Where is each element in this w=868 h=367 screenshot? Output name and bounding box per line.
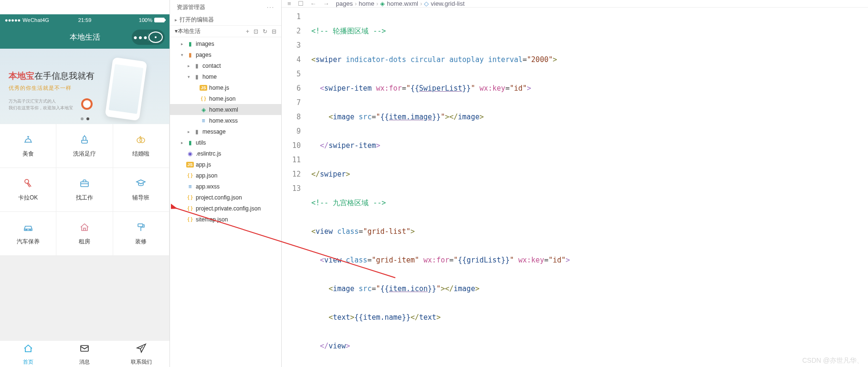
svg-rect-3	[81, 182, 88, 187]
tree-item[interactable]: ▾▮home	[170, 71, 281, 82]
open-editors-section[interactable]: ▸打开的编辑器	[170, 14, 281, 26]
tree-item[interactable]: ◉.eslintrc.js	[170, 148, 281, 159]
tree-item[interactable]: ▸▮contact	[170, 60, 281, 71]
code-content[interactable]: <!-- 轮播图区域 --> <swiper indicator-dots ci…	[311, 10, 868, 367]
tree-item[interactable]: ▾▮pages	[170, 49, 281, 60]
grid-item-label: 装修	[135, 238, 147, 246]
refresh-button[interactable]: ↻	[263, 28, 267, 35]
chevron-icon: ▸	[180, 140, 184, 145]
file-name: project.private.config.json	[196, 205, 261, 212]
file-name: utils	[196, 139, 206, 146]
js-icon: JS	[186, 162, 194, 168]
breadcrumb-item[interactable]: pages	[336, 0, 353, 7]
battery-percent: 100%	[139, 17, 152, 23]
grid-item[interactable]: 租房	[56, 212, 113, 256]
tree-item[interactable]: { }project.config.json	[170, 192, 281, 203]
file-name: home.wxml	[209, 106, 238, 113]
code-editor: ≡ ☐ ← → pages › home › ◈ home.wxml › ◇ v…	[282, 0, 868, 367]
grid-item[interactable]: 洗浴足疗	[56, 124, 113, 168]
explorer-more-button[interactable]: ···	[267, 4, 275, 10]
file-explorer: 资源管理器 ··· ▸打开的编辑器 ▾本地生活 + ⊡ ↻ ⊟ ▸▮images…	[170, 0, 282, 367]
json-icon: { }	[200, 96, 207, 101]
svg-point-1	[140, 138, 145, 143]
grid-item-label: 找工作	[76, 194, 93, 202]
file-name: app.wxss	[196, 183, 220, 190]
tab-item[interactable]: 消息	[56, 341, 113, 367]
grid-item-label: 卡拉OK	[18, 194, 38, 202]
view-icon: ◇	[424, 0, 429, 7]
wxml-icon: ◈	[200, 106, 207, 113]
eslint-icon: ◉	[186, 150, 194, 157]
chevron-icon: ▾	[186, 74, 191, 79]
code-area[interactable]: 1 2⌄ 3⌄ 4 5 6 7 8 9⌄ 10 11 12 13 <!-- 轮播…	[282, 8, 868, 367]
signal-icon: ●●●●●	[5, 17, 21, 23]
grid-item[interactable]: 汽车保养	[0, 212, 56, 256]
grid-item[interactable]: 结婚啦	[113, 124, 169, 168]
swiper-banner[interactable]: 本地宝在手信息我就有 优秀的你生活就是不一样 万为高子汉汇宝方式的人我们在这里等…	[0, 49, 169, 124]
file-tree: ▸▮images▾▮pages▸▮contact▾▮homeJShome.js{…	[170, 37, 281, 226]
status-bar: ●●●●● WeChat4G 21:59 100%	[0, 14, 169, 26]
capsule-menu-button[interactable]: ●●●	[134, 31, 148, 43]
grid-item-label: 洗浴足疗	[73, 150, 96, 158]
json-icon: { }	[186, 217, 194, 222]
new-file-button[interactable]: +	[246, 28, 249, 35]
tree-item[interactable]: { }app.json	[170, 170, 281, 181]
toc-icon[interactable]: ≡	[287, 0, 291, 7]
grid-item-label: 辅导班	[132, 194, 149, 202]
tree-item[interactable]: { }sitemap.json	[170, 214, 281, 225]
breadcrumb-symbol[interactable]: view.grid-list	[431, 0, 465, 7]
explorer-title: 资源管理器	[177, 3, 205, 11]
folder-icon: ▮	[186, 52, 194, 58]
tab-label: 首页	[23, 358, 33, 366]
tab-item[interactable]: 首页	[0, 341, 56, 367]
bookmark-icon[interactable]: ☐	[298, 0, 304, 7]
grid-item[interactable]: 卡拉OK	[0, 168, 56, 212]
tab-item[interactable]: 联系我们	[113, 341, 169, 367]
breadcrumb-item[interactable]: home	[359, 0, 374, 7]
tree-item[interactable]: ≡home.wxss	[170, 115, 281, 126]
phone-frame: ●●●●● WeChat4G 21:59 100% 本地生活 ●●● 本地宝在手…	[0, 14, 169, 367]
new-folder-button[interactable]: ⊡	[254, 28, 258, 35]
page-title: 本地生活	[70, 32, 100, 42]
wxss-icon: ≡	[186, 183, 194, 190]
grid-item-label: 租房	[79, 238, 90, 246]
file-name: app.json	[196, 172, 217, 179]
wxml-icon: ◈	[380, 0, 385, 7]
tab-bar: 首页消息联系我们	[0, 340, 169, 367]
grid-list: 美食洗浴足疗结婚啦卡拉OK找工作辅导班汽车保养租房装修	[0, 124, 169, 256]
breadcrumb[interactable]: pages › home › ◈ home.wxml › ◇ view.grid…	[336, 0, 465, 7]
tree-item[interactable]: JSapp.js	[170, 159, 281, 170]
editor-toolbar: ≡ ☐ ← → pages › home › ◈ home.wxml › ◇ v…	[282, 0, 868, 8]
collapse-button[interactable]: ⊟	[272, 28, 276, 35]
json-icon: { }	[186, 173, 194, 178]
paint-icon	[134, 221, 148, 233]
tree-item[interactable]: ▸▮message	[170, 126, 281, 137]
grid-item[interactable]: 装修	[113, 212, 169, 256]
food-icon	[21, 134, 35, 145]
project-section-header[interactable]: ▾本地生活 + ⊡ ↻ ⊟	[170, 26, 281, 37]
banner-subtitle: 优秀的你生活就是不一样	[9, 84, 95, 92]
tree-item[interactable]: ≡app.wxss	[170, 181, 281, 192]
tree-item[interactable]: { }project.private.config.json	[170, 203, 281, 214]
grid-item[interactable]: 辅导班	[113, 168, 169, 212]
capsule-close-button[interactable]	[148, 31, 163, 43]
breadcrumb-file[interactable]: home.wxml	[387, 0, 418, 7]
message-icon	[79, 343, 90, 357]
file-name: home.json	[209, 95, 235, 102]
tree-item[interactable]: ▸▮images	[170, 38, 281, 49]
tree-item[interactable]: { }home.json	[170, 93, 281, 104]
briefcase-icon	[78, 178, 91, 189]
nav-back-button[interactable]: ←	[310, 0, 317, 7]
tree-item[interactable]: ▸▮utils	[170, 137, 281, 148]
nav-forward-button[interactable]: →	[323, 0, 329, 7]
mic-icon	[21, 178, 35, 189]
grid-item[interactable]: 找工作	[56, 168, 113, 212]
tree-item[interactable]: ◈home.wxml	[170, 104, 281, 115]
file-name: contact	[202, 63, 221, 69]
file-name: .eslintrc.js	[196, 150, 221, 157]
chevron-icon: ▸	[186, 63, 191, 68]
status-time: 21:59	[78, 17, 92, 23]
file-name: app.js	[196, 161, 211, 168]
grid-item[interactable]: 美食	[0, 124, 56, 168]
tree-item[interactable]: JShome.js	[170, 82, 281, 93]
